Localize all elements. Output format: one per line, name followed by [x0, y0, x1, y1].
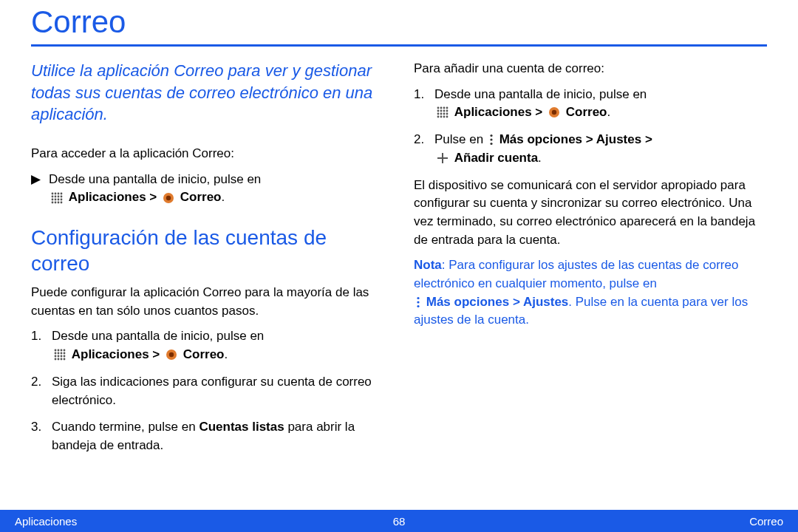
svg-point-25 [64, 352, 66, 355]
correo-label: Correo [180, 190, 222, 204]
svg-point-42 [443, 110, 446, 112]
svg-point-37 [440, 107, 443, 109]
svg-point-14 [58, 201, 60, 203]
svg-point-36 [437, 107, 440, 109]
svg-point-39 [446, 107, 449, 109]
r-step2-pre: Pulse en [434, 132, 487, 146]
svg-point-27 [58, 355, 60, 358]
step3-bold: Cuentas listas [199, 420, 284, 434]
list-item: 2. Pulse en Más opciones > Ajustes > Aña… [414, 131, 767, 168]
svg-point-19 [58, 349, 60, 352]
footer-page-number: 68 [0, 515, 798, 528]
svg-rect-58 [437, 157, 448, 159]
svg-point-24 [61, 352, 63, 355]
svg-point-32 [61, 358, 63, 361]
svg-point-45 [440, 113, 443, 115]
period: . [224, 347, 228, 361]
svg-point-60 [417, 301, 419, 303]
svg-point-35 [169, 352, 174, 357]
svg-point-50 [443, 116, 446, 118]
r-step1-text: Desde una pantalla de inicio, pulse en [434, 87, 647, 101]
svg-point-2 [58, 192, 60, 194]
svg-point-44 [437, 113, 440, 115]
content-columns: Utilice la aplicación Correo para ver y … [31, 60, 767, 463]
svg-point-43 [446, 110, 449, 112]
svg-point-53 [552, 110, 556, 115]
svg-point-41 [440, 110, 443, 112]
apps-label: Aplicaciones > [69, 190, 157, 204]
more-options-label: Más opciones > Ajustes > [499, 132, 652, 146]
svg-point-49 [440, 116, 443, 118]
note-text-a: : Para configurar los ajustes de las cue… [414, 258, 738, 290]
svg-point-46 [443, 113, 446, 115]
apps-grid-icon [54, 346, 66, 364]
svg-point-20 [61, 349, 63, 352]
period: . [221, 190, 225, 204]
more-options-icon [416, 293, 420, 312]
more-options-icon [489, 131, 494, 149]
add-account-label: Añadir cuenta [454, 151, 538, 165]
intro-text: Utilice la aplicación Correo para ver y … [31, 60, 384, 126]
note-paragraph: Nota: Para configurar los ajustes de las… [414, 256, 767, 330]
apps-label: Aplicaciones > [454, 105, 543, 119]
step-number: 2. [414, 131, 434, 168]
mail-dot-icon [166, 346, 177, 364]
list-item: 1. Desde una pantalla de inicio, pulse e… [414, 86, 767, 122]
svg-point-5 [55, 195, 57, 197]
svg-point-48 [437, 116, 440, 118]
svg-point-13 [55, 201, 57, 203]
access-step: ▶ Desde una pantalla de inicio, pulse en… [31, 171, 384, 207]
plus-icon [437, 149, 449, 168]
apps-grid-icon [437, 103, 449, 122]
svg-point-21 [64, 349, 66, 352]
access-step-text: Desde una pantalla de inicio, pulse en [49, 172, 261, 186]
list-item: 1. Desde una pantalla de inicio, pulse e… [31, 327, 384, 364]
svg-point-1 [55, 192, 57, 194]
footer-bar: Aplicaciones 68 Correo [0, 510, 798, 532]
config-steps-list: 1. Desde una pantalla de inicio, pulse e… [31, 327, 384, 454]
svg-point-12 [52, 201, 54, 203]
svg-point-30 [55, 358, 57, 361]
left-column: Utilice la aplicación Correo para ver y … [31, 60, 384, 463]
add-intro: Para añadir una cuenta de correo: [414, 60, 767, 78]
list-item: 2. Siga las indicaciones para configurar… [31, 373, 384, 409]
svg-point-59 [417, 297, 419, 299]
step3-pre: Cuando termine, pulse en [52, 420, 199, 434]
svg-point-26 [55, 355, 57, 358]
period: . [538, 151, 542, 165]
result-paragraph: El dispositivo se comunicará con el serv… [414, 177, 767, 250]
step-number: 1. [31, 327, 52, 364]
step2-text: Siga las indicaciones para configurar su… [52, 373, 384, 409]
step-number: 3. [31, 418, 52, 454]
svg-point-47 [446, 113, 449, 115]
svg-point-33 [64, 358, 66, 361]
footer-left: Aplicaciones [15, 515, 77, 528]
svg-point-61 [417, 305, 419, 307]
step1-text: Desde una pantalla de inicio, pulse en [52, 329, 264, 343]
svg-point-7 [61, 195, 63, 197]
step-number: 2. [31, 373, 52, 409]
svg-point-22 [55, 352, 57, 355]
correo-label: Correo [183, 347, 225, 361]
svg-point-15 [61, 201, 63, 203]
svg-point-8 [52, 198, 54, 200]
svg-point-11 [61, 198, 63, 200]
svg-point-18 [55, 349, 57, 352]
svg-point-17 [166, 195, 171, 200]
correo-label: Correo [566, 105, 607, 119]
svg-point-51 [446, 116, 449, 118]
svg-point-4 [52, 195, 54, 197]
right-column: Para añadir una cuenta de correo: 1. Des… [414, 60, 767, 463]
svg-point-0 [52, 192, 54, 194]
mail-dot-icon [548, 103, 560, 122]
svg-point-54 [490, 134, 492, 137]
title-rule [31, 44, 767, 47]
svg-point-10 [58, 198, 60, 200]
svg-point-28 [61, 355, 63, 358]
apps-grid-icon [51, 189, 63, 208]
footer-right: Correo [749, 515, 783, 528]
mail-dot-icon [163, 189, 174, 208]
access-intro: Para acceder a la aplicación Correo: [31, 145, 384, 163]
svg-point-6 [58, 195, 60, 197]
svg-point-55 [490, 139, 492, 141]
